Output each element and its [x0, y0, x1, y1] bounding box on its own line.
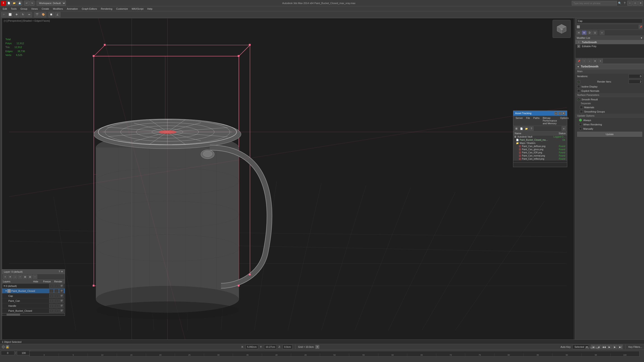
lp-row-handle[interactable]: Handle - - 🎬 — [2, 303, 65, 308]
at-minimize-btn[interactable]: ─ — [554, 112, 558, 115]
menu-rendering[interactable]: Rendering — [99, 6, 114, 11]
lp-render-handle[interactable]: 🎬 — [59, 304, 64, 308]
lp-freeze-default[interactable]: - — [54, 284, 59, 288]
render-iters-checkbox[interactable] — [577, 80, 580, 83]
stack-move-down-btn[interactable]: ↓ — [587, 59, 592, 63]
lp-row-cap[interactable]: Cap - - 🎬 — [2, 294, 65, 298]
close-button[interactable]: ✕ — [638, 1, 643, 6]
lp-freeze-pc[interactable]: - — [54, 299, 59, 303]
lp-row-default[interactable]: ▼ 0 (default) - - 🎬 — [2, 284, 65, 289]
add-time-tag[interactable]: Add Time Tag — [585, 347, 599, 349]
search-icon[interactable]: 🔍 — [617, 1, 622, 5]
render-iters-input[interactable] — [629, 80, 642, 84]
always-radio[interactable] — [579, 119, 582, 122]
menu-group[interactable]: Group — [19, 6, 29, 11]
at-file-btn[interactable]: 📄 — [519, 126, 524, 131]
lp-hide-pc[interactable]: - — [49, 299, 54, 303]
hierarchy-button[interactable]: H — [576, 30, 581, 35]
materials-checkbox[interactable] — [580, 106, 583, 109]
at-folder-btn[interactable]: 📁 — [524, 126, 529, 131]
at-close-btn[interactable]: ✕ — [562, 112, 565, 115]
smoothing-groups-checkbox[interactable] — [580, 110, 583, 113]
x-value[interactable]: 5.092cm — [246, 345, 258, 349]
modify-button[interactable]: M — [582, 30, 587, 35]
lp-select-btn[interactable]: ☞ — [18, 275, 22, 279]
viewport[interactable]: [+] [Perspective] [Shaded + Edged Faces] — [2, 18, 574, 349]
modifier-item-turbosmooth[interactable]: T TurboSmooth — [576, 40, 644, 44]
maximize-button[interactable]: □ — [633, 1, 638, 6]
lp-close-btn[interactable]: ✕ — [61, 270, 63, 273]
grid-settings-btn[interactable]: ⚙ — [316, 345, 319, 349]
manually-radio[interactable] — [579, 127, 582, 130]
undo-button[interactable]: ↩ — [24, 1, 29, 6]
lp-expand-paint-bucket[interactable]: ▼ — [5, 290, 8, 292]
minimize-button[interactable]: ─ — [627, 1, 632, 6]
at-row-file[interactable]: 📄 Paint_Bucket_Closed_max_vray.m... Ok — [513, 138, 567, 142]
scale-btn[interactable]: ⇔ — [26, 12, 32, 17]
object-color-swatch[interactable] — [577, 25, 580, 28]
lp-new-btn[interactable]: + — [3, 275, 8, 279]
lp-move-btn[interactable]: → — [13, 275, 18, 279]
lp-hide-cap[interactable]: - — [49, 294, 54, 298]
lp-collapse-btn[interactable]: ⊟ — [28, 275, 32, 279]
utilities-button[interactable]: U — [592, 30, 598, 35]
goto-end-btn[interactable]: ▶| — [618, 345, 623, 349]
key-filters-label[interactable]: Key Filters... — [628, 346, 642, 348]
menu-graph-editors[interactable]: Graph Editors — [80, 6, 99, 11]
navigation-cube[interactable]: Top — [552, 20, 571, 38]
lp-delete-btn[interactable]: ✕ — [8, 275, 12, 279]
render-btn[interactable]: 🎬 — [34, 12, 40, 17]
menu-maxscript[interactable]: MAXScript — [130, 6, 145, 11]
menu-help[interactable]: Help — [146, 6, 154, 11]
at-row-bitmap-3[interactable]: 🖼 Paint_Can_normal.png Found — [513, 154, 567, 157]
frame-input[interactable] — [1, 351, 14, 355]
lp-freeze-cap[interactable]: - — [54, 294, 59, 298]
material-editor-btn[interactable]: 🎨 — [40, 12, 46, 17]
lp-render-cap[interactable]: 🎬 — [59, 294, 64, 298]
snap-toggle-btn[interactable]: 🔲 — [48, 12, 54, 17]
when-rendering-radio[interactable] — [579, 123, 582, 126]
select-object-btn[interactable]: ☞ — [1, 12, 7, 17]
lp-freeze-pb[interactable]: - — [54, 289, 59, 293]
lp-render-pb[interactable]: 🎬 — [59, 289, 64, 293]
at-row-bitmap-1[interactable]: 🖼 Paint_Can_gloss.png Found — [513, 148, 567, 151]
stack-add-btn[interactable]: + — [598, 59, 603, 63]
lp-row-paint-bucket[interactable]: ▼ Paint_Bucket_Closed - - 🎬 — [2, 289, 65, 294]
lp-render-pc[interactable]: 🎬 — [59, 299, 64, 303]
redo-button[interactable]: ↪ — [30, 1, 34, 6]
lp-freeze-handle[interactable]: - — [54, 304, 59, 308]
timeline-track[interactable]: 0 5 10 15 20 25 30 35 40 45 50 55 60 65 … — [29, 351, 640, 357]
at-vault-btn[interactable]: 🏛 — [514, 126, 519, 131]
at-menu-bitmap[interactable]: Bitmap Performance and Memory — [541, 116, 558, 125]
display-button[interactable]: D — [587, 30, 592, 35]
lp-row-paint-can[interactable]: Paint_Can - - 🎬 — [2, 298, 65, 303]
menu-create[interactable]: Create — [40, 6, 51, 11]
select-region-btn[interactable]: ⬜ — [7, 12, 13, 17]
at-menu-server[interactable]: Server — [514, 116, 524, 125]
at-extra-btn[interactable]: ≡ — [562, 126, 566, 131]
frame-total-input[interactable] — [17, 351, 30, 355]
lp-scroll-thumb[interactable] — [6, 314, 20, 316]
lp-help-btn[interactable]: ? — [59, 270, 60, 273]
lp-scrollbar[interactable] — [2, 313, 65, 316]
lp-freeze-pbc[interactable]: - — [54, 309, 59, 313]
next-frame-btn[interactable]: ▶ — [612, 345, 617, 349]
modifier-item-editablepoly[interactable]: E Editable Poly — [576, 44, 644, 48]
lp-expand-btn[interactable]: ⊞ — [23, 275, 27, 279]
lp-render-default[interactable]: 🎬 — [59, 284, 64, 288]
lp-hide-default[interactable]: - — [49, 284, 54, 288]
lp-hide-pbc[interactable]: - — [49, 309, 54, 313]
at-row-vault[interactable]: 🏛 Autodesk Vault Logged O... — [513, 135, 567, 138]
smooth-result-checkbox[interactable] — [577, 98, 580, 101]
lp-expand-default[interactable]: ▼ — [3, 285, 6, 287]
at-menu-options[interactable]: Options — [559, 116, 570, 125]
menu-tools[interactable]: Tools — [9, 6, 18, 11]
help-icon[interactable]: ? — [622, 1, 627, 5]
explicit-normals-checkbox[interactable] — [577, 89, 580, 92]
lp-hide-pb[interactable]: - — [49, 289, 54, 293]
lp-hide-handle[interactable]: - — [49, 304, 54, 308]
at-menu-paths[interactable]: Paths — [532, 116, 541, 125]
at-scrollbar[interactable] — [513, 161, 567, 162]
angle-snap-btn[interactable]: ∠ — [55, 12, 60, 17]
at-row-bitmap-2[interactable]: 🖼 Paint_Can_IOR.png Found — [513, 151, 567, 154]
